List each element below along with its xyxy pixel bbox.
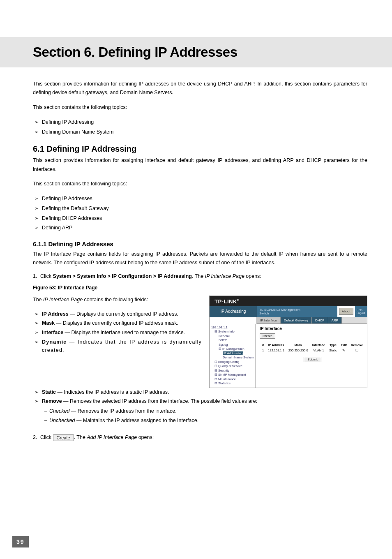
heading-6-1-1: 6.1.1 Defining IP Addresses [33, 240, 367, 247]
field-name: IP Address [42, 311, 69, 317]
field-name: Static [42, 389, 56, 395]
ip-table: # IP Address Mask Interface Type Edit Re… [260, 342, 365, 353]
tree-node[interactable]: SNTP [211, 338, 254, 343]
help-link[interactable]: Help [357, 309, 365, 312]
sub-option: Checked — Removes the IP address from th… [33, 407, 367, 416]
tree-node[interactable]: ⊞ Maintenance [211, 377, 254, 382]
brand-logo: TP-LINK® [210, 296, 367, 306]
tree-node[interactable]: ⊞ Quality of Service [211, 364, 254, 369]
cell: 255.255.255.0 [287, 348, 310, 353]
table-row: 1 192.168.1.1 255.255.255.0 VLAN 1 Stati… [261, 348, 364, 353]
intro-para-1: This section provides information for de… [33, 80, 367, 97]
tree-node[interactable]: ⊞ Statistics [211, 381, 254, 386]
tree-node[interactable]: ⊞ Security [211, 369, 254, 373]
step-1: 1. Click System > System Info > IP Confi… [33, 273, 367, 279]
page-ref: IP Interface Page [43, 297, 83, 303]
figure-caption: Figure 53: IP Interface Page [33, 285, 367, 291]
list-item: Defining Domain Name System [33, 127, 367, 137]
step-text: . The [74, 434, 87, 440]
top-bullet-list: Defining IP Addressing Defining Domain N… [33, 118, 367, 137]
submit-button[interactable]: Submit [304, 357, 321, 362]
field-name: Dynamic [42, 339, 67, 345]
h61-para-1: This section provides information for as… [33, 156, 367, 174]
cell: VLAN 1 [311, 348, 327, 353]
col-ip: IP Address [266, 343, 286, 347]
field-item: Remove — Removes the selected IP address… [33, 397, 367, 406]
col-edit: Edit [339, 343, 348, 347]
option-desc: — Maintains the IP address assigned to t… [75, 418, 199, 423]
tree-node[interactable]: ⊞ Bridging Config [211, 360, 254, 365]
heading-6-1: 6.1 Defining IP Addressing [33, 144, 367, 154]
step-text: . The [192, 273, 205, 279]
page-number: 39 [12, 536, 29, 547]
text: Switch [259, 312, 335, 315]
option-name: Checked [49, 408, 69, 414]
field-list: IP Address — Displays the currently conf… [33, 310, 202, 355]
screenshot-ip-interface: TP-LINK® IP Addressing TL-SL3428 L2 Mana… [209, 296, 367, 388]
tree-node[interactable]: ⊞ SNMP Management [211, 373, 254, 377]
text: contains the following fields: [83, 297, 148, 303]
field-desc: — Indicates the IP address is a static I… [56, 389, 169, 395]
edit-icon[interactable]: ✎ [339, 348, 348, 353]
field-item: Dynamic — Indicates that the IP address … [33, 338, 202, 355]
step-number: 2. [33, 434, 37, 440]
field-desc: — Displays the currently configured IP a… [69, 311, 178, 317]
tree-node[interactable]: Domain Name System [211, 356, 254, 360]
cell: Static [327, 348, 339, 353]
tab-default-gateway[interactable]: Default Gateway [281, 317, 312, 323]
page-ref: Add IP Interface Page [87, 434, 137, 440]
table-header-row: # IP Address Mask Interface Type Edit Re… [261, 343, 364, 347]
tab-arp[interactable]: ARP [328, 317, 342, 323]
tree-node[interactable]: ⊟ System Info [211, 330, 254, 334]
remove-checkbox[interactable]: ☐ [349, 348, 364, 353]
tab-bar: IP Interface Default Gateway DHCP ARP [257, 317, 367, 324]
tree-node[interactable]: 192.168.1.1 [211, 326, 254, 330]
header-title: TL-SL3428 L2 Management Switch [257, 306, 337, 317]
col-type: Type [327, 343, 339, 347]
header-section: IP Addressing [210, 306, 257, 317]
screenshot-header: IP Addressing TL-SL3428 L2 Management Sw… [210, 306, 367, 317]
logout-link[interactable]: Logout [357, 312, 365, 314]
create-button[interactable]: Create [260, 333, 275, 339]
fields-intro: The IP Interface Page contains the follo… [33, 296, 202, 304]
list-item: Defining IP Addresses [33, 194, 367, 204]
header-links: Help Logout [355, 306, 367, 317]
col-num: # [261, 343, 265, 347]
option-desc: — Removes the IP address from the interf… [69, 408, 176, 414]
nav-tree: 192.168.1.1 ⊟ System Info General SNTP S… [210, 324, 256, 388]
field-item: Static — Indicates the IP address is a s… [33, 388, 367, 397]
step-text: Click [40, 273, 53, 279]
text: The [33, 297, 43, 303]
intro-para-2: This section contains the following topi… [33, 103, 367, 112]
page-title: Section 6. Defining IP Addresses [33, 44, 367, 60]
page-ref: IP Interface Page [205, 273, 244, 279]
field-desc: — Removes the selected IP address from t… [62, 398, 257, 404]
list-item: Defining IP Addressing [33, 118, 367, 127]
list-item: Defining DHCP Addresses [33, 214, 367, 224]
step-text: opens: [244, 273, 261, 279]
tab-ip-interface[interactable]: IP Interface [257, 317, 281, 323]
field-name: Interface [42, 330, 63, 335]
panel-title: IP Interface [260, 326, 365, 331]
list-item: Defining the Default Gateway [33, 204, 367, 214]
about-button[interactable]: About [339, 308, 353, 315]
step-text: Click [40, 434, 53, 440]
option-name: Unchecked [49, 418, 75, 423]
tab-dhcp[interactable]: DHCP [312, 317, 328, 323]
field-item: Mask — Displays the currently configured… [33, 319, 202, 328]
cell: 1 [261, 348, 265, 353]
field-list-continued: Static — Indicates the IP address is a s… [33, 388, 367, 406]
step-2: 2. Click Create. The Add IP Interface Pa… [33, 434, 367, 441]
step-text: opens: [137, 434, 154, 440]
tree-node[interactable]: Syslog [211, 343, 254, 347]
tree-node[interactable]: General [211, 334, 254, 339]
list-item: Defining ARP [33, 223, 367, 233]
step-number: 1. [33, 273, 37, 279]
h61-bullet-list: Defining IP Addresses Defining the Defau… [33, 194, 367, 233]
tree-node[interactable]: ⊟ IP Configuration [211, 347, 254, 351]
sub-option: Unchecked — Maintains the IP address ass… [33, 416, 367, 425]
nav-path: System > System Info > IP Configuration … [53, 273, 192, 279]
field-name: Remove [42, 398, 62, 404]
tree-node-selected[interactable]: IP Addressing [211, 351, 254, 356]
h611-para-1: The IP Interface Page contains fields fo… [33, 250, 367, 268]
